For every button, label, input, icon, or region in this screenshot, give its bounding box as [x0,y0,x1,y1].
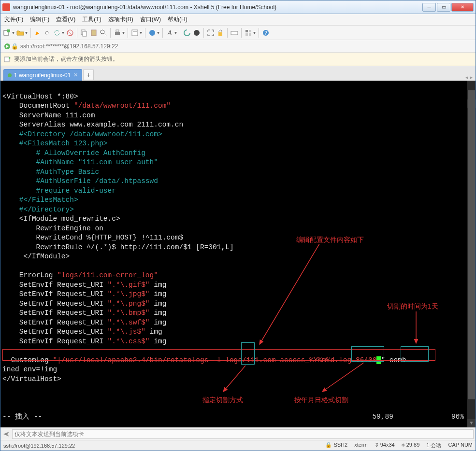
status-cap-num: CAP NUM [448,442,473,449]
menu-edit[interactable]: 编辑(E) [30,15,49,24]
help-icon[interactable]: ? [262,29,270,37]
svg-rect-10 [116,30,119,32]
tile-icon[interactable] [245,29,252,37]
address-url[interactable]: ssh://root:********@192.168.57.129:22 [20,43,118,50]
arrow-oneday [411,311,421,346]
window-title: wangruifenglinux-01 - root@wangruifeng-0… [13,4,422,11]
new-session-icon[interactable] [3,29,11,37]
find-icon[interactable] [100,29,107,37]
lock-icon[interactable] [216,29,224,37]
menu-tabs[interactable]: 选项卡(B) [108,15,133,24]
svg-line-27 [223,366,245,392]
highlight-icon[interactable] [34,29,42,37]
disconnect-icon[interactable] [66,29,74,37]
svg-rect-15 [218,32,222,36]
tab-nav[interactable]: ◂ ▸ [465,74,473,81]
svg-rect-18 [249,30,251,32]
keyboard-icon[interactable] [231,29,238,37]
svg-rect-16 [231,31,238,35]
arrow-ymd [319,363,368,395]
svg-rect-20 [249,33,251,36]
vim-mode: -- 插入 -- [2,412,42,422]
svg-rect-9 [115,32,120,35]
close-button[interactable]: ✕ [451,3,474,12]
print-icon[interactable] [114,29,121,37]
status-url: ssh://root@192.168.57.129:22 [3,443,75,449]
tab-close-icon[interactable]: ✕ [73,72,78,78]
svg-line-3 [68,31,72,35]
send-input[interactable] [12,429,474,439]
status-pos: ⎆ 29,89 [402,442,420,449]
infobar: 要添加当前会话，点击左侧的箭头按钮。 [0,53,476,66]
svg-rect-5 [83,31,87,36]
highlight-datefmt [351,346,384,362]
font-icon[interactable]: A [166,29,173,37]
svg-line-28 [322,363,364,392]
vim-status-line: -- 插入 --59,8996% [2,412,474,422]
link-icon[interactable] [43,29,51,37]
svg-text:?: ? [264,30,267,36]
vim-position: 59,89 [372,412,393,422]
statusbar: ssh://root@192.168.57.129:22 🔒 SSH2 xter… [0,440,476,451]
status-term: xterm [354,442,368,449]
annotation-method: 指定切割方式 [202,395,243,405]
send-icon[interactable] [2,430,10,438]
reconnect-icon[interactable] [53,29,61,37]
tabbar: 1 wangruifenglinux-01 ✕ + ◂ ▸ [0,66,476,81]
window-buttons: ─ ▭ ✕ [422,3,474,12]
app-icon [2,3,10,11]
session-arrow-icon[interactable] [3,42,11,50]
addressbar: 🔒 ssh://root:********@192.168.57.129:22 [0,40,476,53]
maximize-button[interactable]: ▭ [437,3,450,12]
annotation-oneday: 切割的时间为1天 [387,302,438,311]
properties-icon[interactable] [131,29,139,37]
paste-icon[interactable] [90,29,98,37]
svg-rect-1 [7,29,10,32]
stop-icon[interactable] [193,29,201,37]
new-tab-button[interactable]: + [83,70,94,80]
scroll-thumb[interactable] [468,90,475,399]
status-ssh: 🔒 SSH2 [325,442,347,449]
svg-point-13 [149,30,155,36]
app-window: wangruifenglinux-01 - root@wangruifeng-0… [0,0,476,451]
menu-tools[interactable]: 工具(T) [82,15,101,24]
arrow-config [257,244,324,347]
tab-label: 1 wangruifenglinux-01 [14,72,71,79]
svg-rect-6 [91,30,96,36]
info-add-icon[interactable] [4,56,11,63]
annotation-ymd: 按年月日格式切割 [294,395,348,405]
fullscreen-icon[interactable] [207,29,215,37]
scroll-down-icon[interactable]: ▼ [467,419,476,427]
vim-percent: 96% [451,412,464,422]
titlebar: wangruifenglinux-01 - root@wangruifeng-0… [0,0,476,14]
open-icon[interactable] [16,29,24,37]
terminal[interactable]: <VirtualHost *:80> DocumentRoot "/data/w… [0,81,476,427]
terminal-scrollbar[interactable]: ▲ ▼ [467,81,476,427]
svg-rect-17 [245,30,248,32]
svg-line-8 [104,33,106,36]
menu-view[interactable]: 查看(V) [56,15,75,24]
arrow-method [220,366,249,395]
lock-icon: 🔒 [11,43,18,50]
infobar-text: 要添加当前会话，点击左侧的箭头按钮。 [14,55,118,63]
svg-point-7 [101,30,104,34]
menubar: 文件(F) 编辑(E) 查看(V) 工具(T) 选项卡(B) 窗口(W) 帮助(… [0,14,476,26]
minimize-button[interactable]: ─ [422,3,436,12]
menu-help[interactable]: 帮助(H) [168,15,188,24]
refresh-icon[interactable] [183,29,191,37]
svg-rect-19 [245,33,248,36]
session-tab[interactable]: 1 wangruifenglinux-01 ✕ [3,69,82,81]
globe-icon[interactable] [148,29,156,37]
toolbar: ▾ ▾ ▾ ▾ ▾ ▾ A▾ ▾ ? [0,26,476,40]
svg-rect-11 [132,30,138,36]
highlight-dash-l [241,342,255,365]
annotation-config: 编辑配置文件内容如下 [296,235,364,245]
status-dot-icon [8,73,12,77]
menu-file[interactable]: 文件(F) [4,15,23,24]
svg-point-14 [194,30,200,36]
status-size: ⇕ 94x34 [375,442,395,449]
menu-window[interactable]: 窗口(W) [140,15,161,24]
copy-icon[interactable] [80,29,88,37]
sendbar [0,427,476,440]
svg-rect-24 [4,57,9,62]
